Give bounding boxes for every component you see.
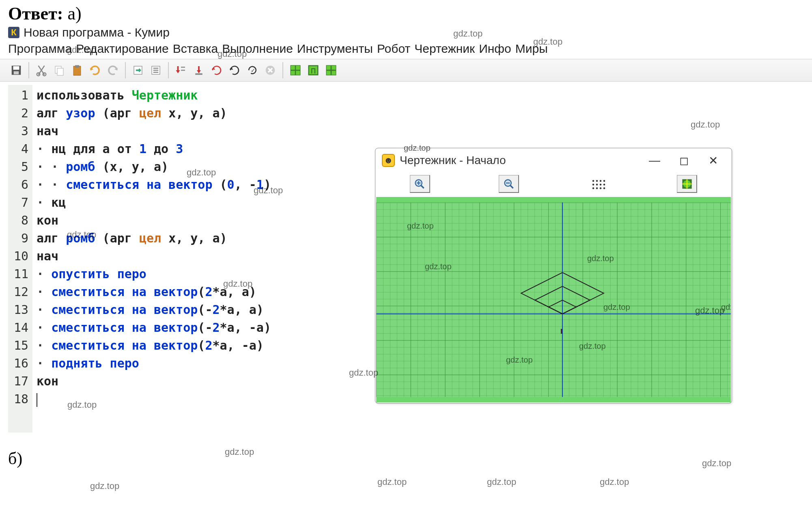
svg-text:✓: ✓ xyxy=(251,68,255,74)
svg-point-35 xyxy=(600,184,602,186)
menu-item[interactable]: Инструменты xyxy=(297,42,373,56)
menu-item[interactable]: Программа xyxy=(8,42,72,56)
run-check-icon[interactable]: ✓ xyxy=(244,62,261,78)
svg-rect-48 xyxy=(561,329,562,334)
paste-icon[interactable] xyxy=(69,62,85,78)
canvas-svg xyxy=(376,197,731,402)
svg-rect-6 xyxy=(57,68,63,76)
code-line[interactable] xyxy=(37,390,271,408)
line-number: 16 xyxy=(8,355,28,372)
code-line[interactable]: · сместиться на вектор(-2*a, -a) xyxy=(37,319,271,337)
target-icon[interactable] xyxy=(677,175,697,193)
svg-text:П: П xyxy=(311,67,316,75)
drafter-toolbar xyxy=(375,173,732,197)
close-button[interactable]: ✕ xyxy=(701,152,725,169)
run-fast-icon[interactable] xyxy=(226,62,243,78)
code-area[interactable]: использовать Чертежникалг узор (арг цел … xyxy=(32,85,271,432)
svg-point-29 xyxy=(592,180,594,182)
separator xyxy=(168,62,169,78)
answer-value: а) xyxy=(67,4,81,24)
maximize-button[interactable]: ◻ xyxy=(672,152,696,169)
run-icon[interactable] xyxy=(209,62,225,78)
code-line[interactable]: · опустить перо xyxy=(37,265,271,283)
svg-rect-2 xyxy=(14,71,19,75)
code-line[interactable]: нач xyxy=(37,247,271,265)
code-line[interactable]: · · ромб (x, y, a) xyxy=(37,158,271,176)
code-line[interactable]: · поднять перо xyxy=(37,355,271,372)
list-icon[interactable] xyxy=(148,62,164,78)
line-number: 5 xyxy=(8,158,28,176)
drafter-canvas[interactable]: gdz.topgdz.topgdz.topgdz.topgdz.topgdz.t… xyxy=(376,197,731,402)
code-line[interactable]: · кц xyxy=(37,194,271,212)
line-number: 13 xyxy=(8,301,28,319)
svg-point-34 xyxy=(596,184,598,186)
zoom-out-icon[interactable] xyxy=(499,175,519,193)
menu-item[interactable]: Чертежник xyxy=(414,42,475,56)
menu-item[interactable]: Редактирование xyxy=(76,42,169,56)
code-line[interactable]: · сместиться на вектор(-2*a, a) xyxy=(37,301,271,319)
answer-header: Ответ: а) xyxy=(0,0,812,26)
watermark: gdz.top xyxy=(90,481,119,491)
line-gutter: 123456789101112131415161718 xyxy=(8,85,32,432)
toolbar: ✓ П xyxy=(0,59,812,82)
svg-rect-11 xyxy=(195,74,202,75)
code-line[interactable]: кон xyxy=(37,372,271,390)
svg-rect-16 xyxy=(296,66,300,70)
watermark: gdz.top xyxy=(487,477,516,487)
svg-point-39 xyxy=(600,187,602,189)
cut-icon[interactable] xyxy=(33,62,50,78)
insert-icon[interactable] xyxy=(130,62,146,78)
svg-point-36 xyxy=(603,184,605,186)
code-line[interactable]: использовать Чертежник xyxy=(37,86,271,104)
menu-item[interactable]: Миры xyxy=(515,42,548,56)
svg-rect-25 xyxy=(327,71,331,75)
code-line[interactable]: · сместиться на вектор(2*a, a) xyxy=(37,283,271,301)
minimize-button[interactable]: — xyxy=(642,152,667,169)
separator xyxy=(28,62,29,78)
code-line[interactable]: кон xyxy=(37,212,271,229)
line-number: 3 xyxy=(8,122,28,140)
line-number: 14 xyxy=(8,319,28,337)
svg-point-30 xyxy=(596,180,598,182)
zoom-in-icon[interactable] xyxy=(410,175,430,193)
code-line[interactable]: · нц для a от 1 до 3 xyxy=(37,140,271,158)
drafter-window[interactable]: ☻ gdz.top Чертежник - Начало — ◻ ✕ xyxy=(375,148,732,404)
svg-rect-17 xyxy=(291,71,295,75)
code-line[interactable]: алг ромб (арг цел x, y, a) xyxy=(37,229,271,247)
grid-green-icon[interactable] xyxy=(287,62,304,78)
watermark: gdz.top xyxy=(600,477,629,487)
svg-rect-1 xyxy=(13,66,19,70)
code-line[interactable]: · сместиться на вектор(2*a, -a) xyxy=(37,337,271,355)
svg-point-40 xyxy=(603,187,605,189)
separator xyxy=(282,62,283,78)
code-line[interactable]: · · сместиться на вектор (0, -1) xyxy=(37,176,271,194)
grid-pi-icon[interactable]: П xyxy=(305,62,321,78)
menu-item[interactable]: Вставка xyxy=(173,42,218,56)
menu-item[interactable]: Выполнение xyxy=(222,42,293,56)
line-number: 6 xyxy=(8,176,28,194)
svg-point-32 xyxy=(603,180,605,182)
menu-item[interactable]: Робот xyxy=(377,42,410,56)
menu-item[interactable]: Инфо xyxy=(479,42,511,56)
separator xyxy=(125,62,126,78)
line-number: 18 xyxy=(8,390,28,408)
line-number: 4 xyxy=(8,140,28,158)
undo-icon[interactable] xyxy=(87,62,103,78)
grid-plus-icon[interactable] xyxy=(323,62,339,78)
run-into-icon[interactable] xyxy=(191,62,207,78)
svg-point-33 xyxy=(592,184,594,186)
stop-icon[interactable] xyxy=(262,62,278,78)
code-line[interactable]: нач xyxy=(37,122,271,140)
dots-icon[interactable] xyxy=(588,175,608,193)
save-icon[interactable] xyxy=(8,62,24,78)
menubar: ПрограммаРедактированиеВставкаВыполнение… xyxy=(0,41,812,59)
code-line[interactable]: алг узор (арг цел x, y, a) xyxy=(37,104,271,122)
svg-rect-23 xyxy=(327,66,331,70)
copy-icon[interactable] xyxy=(51,62,67,78)
window-title: Новая программа - Кумир xyxy=(24,26,170,39)
svg-rect-15 xyxy=(291,66,295,70)
run-step-icon[interactable] xyxy=(173,62,189,78)
drafter-titlebar[interactable]: ☻ gdz.top Чертежник - Начало — ◻ ✕ xyxy=(375,148,732,173)
redo-icon[interactable] xyxy=(105,62,121,78)
line-number: 8 xyxy=(8,212,28,229)
